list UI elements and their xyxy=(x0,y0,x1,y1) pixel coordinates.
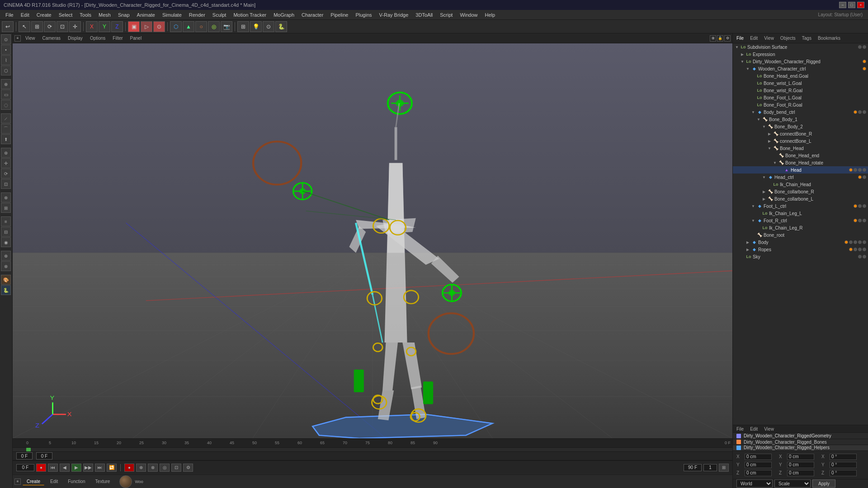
sidebar-axis[interactable]: ⊞ xyxy=(1,203,11,213)
tree-wooden-ctrl[interactable]: ▼ ◆ Wooden_Character_ctrl xyxy=(733,65,868,72)
play-btn[interactable]: ▶ xyxy=(71,464,81,472)
tree-body[interactable]: ▶ ◆ Body xyxy=(733,239,868,246)
tree-foot-r-ctrl[interactable]: ▼ ◆ Foot_R_ctrl xyxy=(733,217,868,224)
menu-mesh[interactable]: Mesh xyxy=(95,11,114,19)
menu-window[interactable]: Window xyxy=(456,11,481,19)
tree-bone-collarbone-r[interactable]: ▶ 🦴 Bone_collarbone_R xyxy=(733,188,868,195)
close-button[interactable]: × xyxy=(857,2,864,8)
attr-z-scale[interactable] xyxy=(830,470,857,476)
sidebar-mirror[interactable]: ⊟ xyxy=(1,227,11,237)
viewport-menu-icon[interactable]: ≡ xyxy=(14,35,21,42)
menu-3dtoall[interactable]: 3DToAll xyxy=(412,11,436,19)
undo-button[interactable]: ↩ xyxy=(2,21,14,32)
tc-record[interactable]: ◎ xyxy=(160,464,170,472)
menu-mograph[interactable]: MoGraph xyxy=(270,11,298,19)
tree-subdivision-surface[interactable]: ▼ Lo Subdivision Surface xyxy=(733,43,868,51)
tree-head-ctrl[interactable]: ▼ ◆ Head_ctrl xyxy=(733,174,868,181)
select-tool-button[interactable]: ⊞ xyxy=(31,21,43,32)
python-button[interactable]: 🐍 xyxy=(275,21,287,32)
sculpt-button[interactable]: ▲ xyxy=(183,21,194,32)
sidebar-rotate[interactable]: ⟳ xyxy=(1,169,11,178)
menu-plugins[interactable]: Plugins xyxy=(352,11,375,19)
attr-x-rot[interactable] xyxy=(787,454,814,460)
menu-select[interactable]: Select xyxy=(55,11,76,19)
axis-z-button[interactable]: Z xyxy=(111,21,123,32)
sidebar-texture[interactable]: 🎨 xyxy=(1,275,11,285)
attr-tab-file[interactable]: File xyxy=(735,426,745,432)
sidebar-live-select[interactable]: ⊕ xyxy=(1,79,11,89)
spline-button[interactable]: ○ xyxy=(195,21,207,32)
axis-y-button[interactable]: Y xyxy=(99,21,110,32)
tree-bone-wrist-l[interactable]: Lo Bone_wrist_L.Goal xyxy=(733,80,868,87)
mat-tab-texture[interactable]: Texture xyxy=(91,478,114,485)
menu-animate[interactable]: Animate xyxy=(133,11,159,19)
render-region-button[interactable]: ▣ xyxy=(128,21,140,32)
tree-bone-foot-l[interactable]: Lo Bone_Foot_L.Goal xyxy=(733,94,868,101)
vp-expand-icon[interactable]: ⊞ xyxy=(710,35,716,42)
camera-button[interactable]: 📷 xyxy=(221,21,232,32)
tc-auto-key[interactable]: ⊕ xyxy=(136,464,146,472)
sidebar-knife[interactable]: ⟋ xyxy=(1,113,11,123)
apply-button[interactable]: Apply xyxy=(812,479,835,488)
material-preview[interactable] xyxy=(119,475,132,488)
mat-tab-create[interactable]: Create xyxy=(23,478,44,485)
viewport[interactable]: Perspective Grid Spacing : 100 cm xyxy=(13,43,732,438)
sidebar-connect[interactable]: ⊗ xyxy=(1,261,11,271)
menu-pipeline[interactable]: Pipeline xyxy=(327,11,352,19)
obj-tab-file[interactable]: File xyxy=(735,35,745,41)
cube-button[interactable]: ⬡ xyxy=(170,21,182,32)
coord-system-select[interactable]: World Object Local xyxy=(736,479,773,488)
frame-display[interactable] xyxy=(703,464,717,471)
obj-tab-view[interactable]: View xyxy=(762,35,776,41)
obj-tab-edit[interactable]: Edit xyxy=(748,35,760,41)
tree-connect-bone-r[interactable]: ▶ 🦴 connectBone_R xyxy=(733,130,868,137)
mat-tab-function[interactable]: Function xyxy=(64,478,89,485)
attr-y-pos[interactable] xyxy=(745,462,772,468)
minimize-button[interactable]: − xyxy=(839,2,846,8)
fps-display[interactable] xyxy=(684,464,702,471)
sidebar-move[interactable]: ✛ xyxy=(1,158,11,168)
sidebar-scale[interactable]: ⊡ xyxy=(1,179,11,189)
menu-render[interactable]: Render xyxy=(185,11,209,19)
tree-foot-l-ctrl[interactable]: ▼ ◆ Foot_L_ctrl xyxy=(733,202,868,210)
mat-menu-icon[interactable]: ≡ xyxy=(14,479,21,485)
tc-red-btn[interactable]: ● xyxy=(124,464,134,472)
obj-tab-objects[interactable]: Objects xyxy=(778,35,797,41)
menu-simulate[interactable]: Simulate xyxy=(159,11,185,19)
rotate-tool-button[interactable]: ⟳ xyxy=(44,21,56,32)
menu-vray[interactable]: V-Ray Bridge xyxy=(376,11,412,19)
frame-field-left[interactable] xyxy=(16,464,34,471)
sidebar-weld[interactable]: ◉ xyxy=(1,237,11,247)
render-to-po-button[interactable]: ⊙ xyxy=(153,21,165,32)
light-button[interactable]: 💡 xyxy=(250,21,262,32)
timeline-keyframe-bar[interactable] xyxy=(13,448,732,451)
tc-settings[interactable]: ⚙ xyxy=(183,464,193,472)
vp-panel-btn[interactable]: Panel xyxy=(127,35,145,41)
maximize-button[interactable]: □ xyxy=(848,2,855,8)
material-button[interactable]: ⊙ xyxy=(263,21,274,32)
vp-filter-btn[interactable]: Filter xyxy=(110,35,125,41)
tree-body-bend-ctrl[interactable]: ▼ ◆ Body_bend_ctrl xyxy=(733,108,868,116)
vp-settings-icon[interactable]: ⚙ xyxy=(724,35,731,42)
menu-sculpt[interactable]: Sculpt xyxy=(209,11,230,19)
tree-ik-chain-leg-r[interactable]: Lo Ik_Chain_Leg_R xyxy=(733,224,868,231)
obj-tab-bookmarks[interactable]: Bookmarks xyxy=(816,35,842,41)
record-btn[interactable]: ● xyxy=(36,464,46,472)
tree-bone-body-2[interactable]: ▼ 🦴 Bone_Body_2 xyxy=(733,123,868,130)
deformer-button[interactable]: ◎ xyxy=(208,21,220,32)
vp-display-btn[interactable]: Display xyxy=(65,35,85,41)
attr-z-pos[interactable] xyxy=(745,470,772,476)
menu-create[interactable]: Create xyxy=(33,11,55,19)
sidebar-floor[interactable]: ≡ xyxy=(1,216,11,226)
step-back-btn[interactable]: ⏮ xyxy=(48,464,58,472)
sidebar-boole[interactable]: ⊕ xyxy=(1,251,11,261)
sidebar-bridge[interactable]: ⌒ xyxy=(1,124,11,134)
menu-script[interactable]: Script xyxy=(436,11,456,19)
attr-z-rot[interactable] xyxy=(787,470,814,476)
tree-bone-collarbone-l[interactable]: ▶ 🦴 Bone_collarbone_L xyxy=(733,195,868,202)
attr-tab-edit[interactable]: Edit xyxy=(748,426,760,432)
tree-bone-foot-r[interactable]: Lo Bone_Foot_R.Goal xyxy=(733,101,868,108)
attr-y-rot[interactable] xyxy=(787,462,814,468)
sidebar-python-icon[interactable]: 🐍 xyxy=(1,285,11,295)
tree-bone-root[interactable]: 🦴 Bone_root xyxy=(733,231,868,239)
